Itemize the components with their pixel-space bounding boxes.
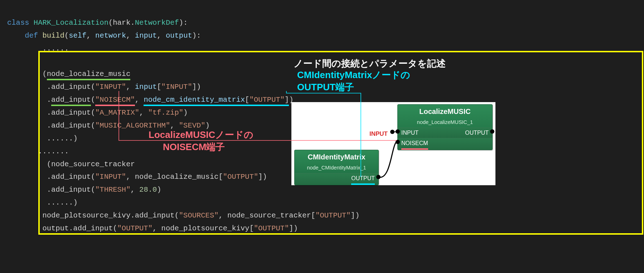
ellipsis: ....... [38, 147, 69, 155]
p: , [130, 186, 139, 194]
str: "OUTPUT" [117, 224, 152, 233]
str: "tf.zip" [148, 109, 183, 117]
p: , node_source_tracker[ [219, 211, 316, 220]
p: , [126, 32, 135, 40]
call: .add_input( [42, 121, 95, 130]
str: "SEVD" [179, 121, 205, 130]
p: , [170, 121, 179, 130]
keyword-class: class [7, 19, 29, 27]
ellipsis: ...... [42, 44, 69, 53]
func-name: build [42, 32, 64, 40]
call: .add_input( [42, 173, 95, 181]
p: , [86, 32, 95, 40]
p: ) [157, 186, 161, 194]
str: "A_MATRIX" [95, 109, 139, 117]
annotation-pink: LocalizeMUSICノードの NOISECM端子 [149, 129, 253, 153]
ellipsis: ......) [42, 134, 77, 143]
call: output.add_input( [42, 224, 117, 233]
classname: HARK_Localization [34, 19, 108, 27]
ann-pink-line2: NOISECM端子 [163, 142, 225, 152]
p: . [42, 96, 51, 104]
param: self [69, 32, 86, 40]
ann-cyan-line2: OUTPUT端子 [297, 82, 354, 92]
call: (node_source_tracker [42, 160, 135, 168]
call: node_plotsource_kivy.add_input( [42, 211, 179, 220]
call: .add_input( [42, 186, 95, 194]
p: , node_localize_music[ [126, 173, 223, 181]
param: input [135, 32, 157, 40]
method-add-input: add_input [51, 96, 91, 106]
p: ) [183, 109, 188, 117]
p: , [135, 96, 144, 104]
p: ( [64, 32, 69, 40]
str: "INPUT" [95, 173, 126, 181]
call: .add_input( [42, 83, 95, 91]
p: , [157, 32, 166, 40]
str: "INPUT" [95, 83, 126, 91]
param: network [95, 32, 126, 40]
annotation-cyan: CMIdentityMatrixノードの OUTPUT端子 [297, 69, 410, 94]
graph-wires [291, 102, 495, 185]
str: "MUSIC_ALGORITHM" [95, 121, 170, 130]
p: , node_plotsource_kivy[ [152, 224, 254, 233]
p: ) [205, 121, 210, 130]
ann-pink-line1: LocalizeMUSICノードの [149, 129, 253, 140]
param: output [166, 32, 192, 40]
p: ]) [192, 83, 201, 91]
punct: ): [179, 19, 188, 27]
p: ): [192, 32, 201, 40]
p: ( [42, 70, 47, 78]
num: 28.0 [139, 186, 157, 194]
str: "THRESH" [95, 186, 130, 194]
p: ]) [351, 211, 360, 220]
param: input [135, 83, 157, 91]
keyword-def: def [25, 32, 38, 40]
p: [ [157, 83, 161, 91]
p: , [139, 109, 148, 117]
str: "INPUT" [161, 83, 192, 91]
str: "OUTPUT" [223, 173, 258, 181]
node-graph-panel: INPUT LocalizeMUSIC node_LocalizeMUSIC_1… [291, 102, 495, 185]
str: "SOURCES" [179, 211, 219, 220]
expr-cm-output: node_cm_identity_matrix["OUTPUT"] [144, 96, 289, 106]
p: , [126, 83, 135, 91]
ann-cyan-line1: CMIdentityMatrixノードの [297, 70, 410, 80]
str: "OUTPUT" [315, 211, 350, 220]
punct: (hark. [108, 19, 135, 27]
call: .add_input( [42, 109, 95, 117]
p: ( [91, 96, 95, 104]
p: ]) [258, 173, 267, 181]
str: "OUTPUT" [254, 224, 289, 233]
ellipsis: ......) [42, 198, 77, 207]
str-noisecm: "NOISECM" [95, 96, 135, 106]
p: ]) [289, 224, 298, 233]
var-node-localize: node_localize_music [47, 70, 131, 80]
base-class: NetworkDef [135, 19, 179, 27]
